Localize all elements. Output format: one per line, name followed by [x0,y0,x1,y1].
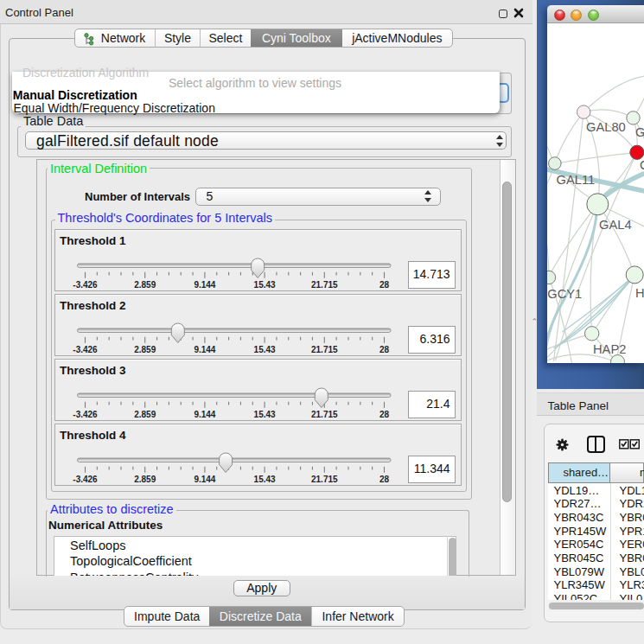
svg-text:2.859: 2.859 [134,410,156,419]
svg-text:GCY1: GCY1 [547,287,582,301]
svg-text:2.859: 2.859 [134,280,156,290]
svg-text:21.715: 21.715 [311,410,338,419]
svg-text:15.43: 15.43 [253,410,275,419]
svg-text:9.144: 9.144 [194,410,215,419]
svg-text:9.144: 9.144 [194,280,215,290]
svg-text:9.144: 9.144 [194,475,215,484]
svg-text:GAL80: GAL80 [586,120,626,134]
svg-text:GA: GA [635,125,644,139]
svg-text:2.859: 2.859 [134,345,156,354]
svg-text:15.43: 15.43 [253,280,275,290]
svg-text:28: 28 [379,345,389,354]
svg-text:9.144: 9.144 [194,345,215,354]
svg-text:-3.426: -3.426 [73,475,98,484]
svg-text:15.43: 15.43 [253,475,275,484]
svg-text:28: 28 [379,410,389,419]
svg-text:28: 28 [379,475,389,484]
svg-text:-3.426: -3.426 [73,280,98,290]
svg-text:H: H [635,286,644,300]
svg-text:HAP2: HAP2 [593,342,626,356]
svg-text:21.715: 21.715 [311,475,338,484]
svg-text:GAL11: GAL11 [556,173,595,187]
svg-text:C: C [640,158,644,172]
svg-text:15.43: 15.43 [253,345,275,354]
svg-text:21.715: 21.715 [311,345,338,354]
svg-text:GAL4: GAL4 [599,218,632,232]
svg-text:28: 28 [379,280,389,290]
svg-text:-3.426: -3.426 [73,345,98,354]
svg-text:-3.426: -3.426 [73,410,98,419]
svg-text:21.715: 21.715 [311,280,338,290]
svg-text:2.859: 2.859 [134,475,156,484]
